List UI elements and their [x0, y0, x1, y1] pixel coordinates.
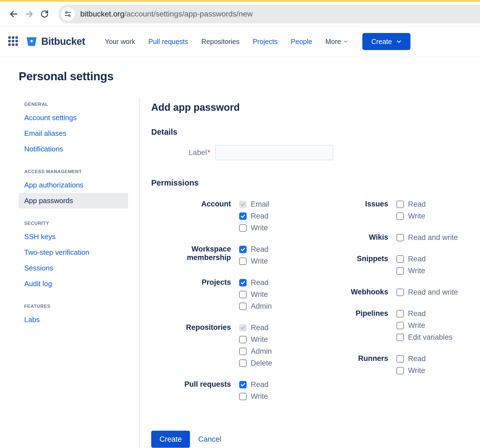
pipelines-read-checkbox[interactable]	[396, 310, 404, 317]
reload-icon[interactable]	[37, 6, 52, 22]
perm-group-options: ReadWriteEdit variables	[396, 309, 453, 342]
perm-option-row: Read	[396, 200, 426, 209]
workspace-membership-read-checkbox[interactable]	[239, 246, 247, 253]
perm-group-webhooks: WebhooksRead and write	[329, 287, 458, 297]
perm-group-label: Runners	[329, 354, 388, 375]
webhooks-read-and-write-checkbox[interactable]	[396, 289, 404, 296]
nav-create-button[interactable]: Create	[362, 33, 410, 50]
runners-write-checkbox[interactable]	[396, 367, 404, 374]
issues-read-checkbox[interactable]	[396, 201, 404, 208]
repositories-write-checkbox[interactable]	[239, 336, 247, 343]
sidebar-item-app-authorizations[interactable]: App authorizations	[24, 177, 139, 193]
perm-group-label: Snippets	[329, 254, 388, 275]
nav-item-label: More	[325, 38, 341, 46]
account-write-checkbox[interactable]	[239, 224, 247, 232]
sidebar-item-sessions[interactable]: Sessions	[24, 260, 139, 276]
perm-group-options: ReadWrite	[396, 354, 426, 375]
runners-read-checkbox[interactable]	[396, 355, 404, 363]
create-button[interactable]: Create	[151, 431, 190, 448]
perm-group-issues: IssuesReadWrite	[329, 200, 458, 221]
projects-read-checkbox[interactable]	[239, 279, 247, 286]
checkmark-icon	[240, 247, 245, 252]
nav-item-label: Repositories	[201, 38, 239, 46]
nav-item-people[interactable]: People	[291, 38, 312, 46]
nav-item-repositories[interactable]: Repositories	[201, 38, 239, 46]
pipelines-edit-variables-checkbox[interactable]	[396, 334, 404, 341]
forward-icon[interactable]	[21, 6, 37, 22]
sidebar-item-email-aliases[interactable]: Email aliases	[24, 126, 139, 141]
checkbox-label: Read and write	[408, 288, 458, 297]
cancel-link[interactable]: Cancel	[198, 435, 221, 444]
perm-group-options: Read and write	[396, 233, 458, 242]
snippets-read-checkbox[interactable]	[396, 255, 404, 263]
bitbucket-wordmark: Bitbucket	[41, 36, 85, 47]
perm-option-row: Write	[396, 211, 426, 221]
perm-option-row: Read	[239, 211, 269, 221]
projects-write-checkbox[interactable]	[239, 291, 247, 298]
perm-group-options: ReadWrite	[239, 380, 269, 401]
details-heading: Details	[151, 128, 458, 137]
pipelines-write-checkbox[interactable]	[396, 322, 404, 329]
nav-item-your-work[interactable]: Your work	[105, 38, 135, 46]
label-field-row: Label*	[151, 145, 458, 160]
snippets-write-checkbox[interactable]	[396, 267, 404, 275]
site-settings-icon[interactable]	[61, 7, 75, 21]
pull-requests-read-checkbox[interactable]	[239, 381, 247, 388]
workspace-membership-write-checkbox[interactable]	[239, 258, 247, 265]
chevron-down-icon	[343, 39, 348, 44]
checkbox-label: Read	[251, 245, 269, 254]
nav-item-pull-requests[interactable]: Pull requests	[148, 38, 188, 46]
nav-item-projects[interactable]: Projects	[253, 38, 277, 46]
sidebar-item-app-passwords[interactable]: App passwords	[19, 193, 128, 209]
page-title: Personal settings	[19, 70, 480, 83]
perm-option-row: Read	[239, 323, 272, 332]
address-bar[interactable]: bitbucket.org/account/settings/app-passw…	[58, 5, 480, 23]
checkbox-label: Read	[408, 255, 426, 263]
perm-group-options: ReadWrite	[396, 200, 426, 221]
nav-links: Your workPull requestsRepositoriesProjec…	[105, 38, 348, 46]
app-switcher-icon[interactable]	[8, 36, 19, 47]
checkbox-label: Write	[408, 212, 425, 220]
perm-group-label: Issues	[329, 200, 388, 221]
checkmark-icon	[240, 382, 245, 387]
issues-write-checkbox[interactable]	[396, 212, 404, 220]
sidebar-item-account-settings[interactable]: Account settings	[24, 110, 139, 126]
perm-option-row: Admin	[239, 347, 272, 356]
perm-option-row: Delete	[239, 358, 272, 368]
bitbucket-logo[interactable]: Bitbucket	[26, 36, 85, 47]
checkbox-label: Delete	[251, 359, 272, 367]
repositories-admin-checkbox[interactable]	[239, 348, 247, 355]
sidebar-section: ACCESS MANAGEMENTApp authorizationsApp p…	[24, 169, 139, 209]
sidebar-item-ssh-keys[interactable]: SSH keys	[24, 229, 139, 245]
perm-option-row: Read and write	[396, 287, 458, 297]
sidebar-item-labs[interactable]: Labs	[24, 312, 139, 328]
checkbox-label: Write	[251, 392, 268, 401]
account-email-checkbox	[239, 201, 247, 208]
sidebar-section: FEATURESLabs	[24, 304, 139, 328]
required-asterisk: *	[207, 148, 210, 157]
form-actions: Create Cancel	[151, 431, 458, 448]
sidebar-item-two-step-verification[interactable]: Two-step verification	[24, 245, 139, 260]
pull-requests-write-checkbox[interactable]	[239, 393, 247, 400]
label-input[interactable]	[215, 145, 333, 160]
perm-group-label: Webhooks	[329, 287, 388, 297]
perm-group-pull-requests: Pull requestsReadWrite	[151, 380, 329, 401]
repositories-delete-checkbox[interactable]	[239, 359, 247, 367]
perm-option-row: Write	[239, 256, 269, 266]
sidebar-item-audit-log[interactable]: Audit log	[24, 276, 139, 292]
nav-item-more[interactable]: More	[325, 38, 348, 46]
perm-group-options: ReadWrite	[239, 245, 269, 266]
perm-group-runners: RunnersReadWrite	[329, 354, 458, 375]
checkbox-label: Read	[408, 309, 426, 318]
url-path: /account/settings/app-passwords/new	[124, 10, 253, 18]
account-read-checkbox[interactable]	[239, 212, 247, 220]
perm-option-row: Write	[239, 290, 272, 299]
url-host: bitbucket.org	[80, 10, 124, 18]
perm-group-pipelines: PipelinesReadWriteEdit variables	[329, 309, 458, 342]
back-icon[interactable]	[6, 6, 21, 22]
wikis-read-and-write-checkbox[interactable]	[396, 234, 404, 241]
sidebar-item-notifications[interactable]: Notifications	[24, 141, 139, 157]
checkbox-label: Write	[251, 224, 268, 232]
projects-admin-checkbox[interactable]	[239, 303, 247, 310]
perm-group-repositories: RepositoriesReadWriteAdminDelete	[151, 323, 329, 368]
